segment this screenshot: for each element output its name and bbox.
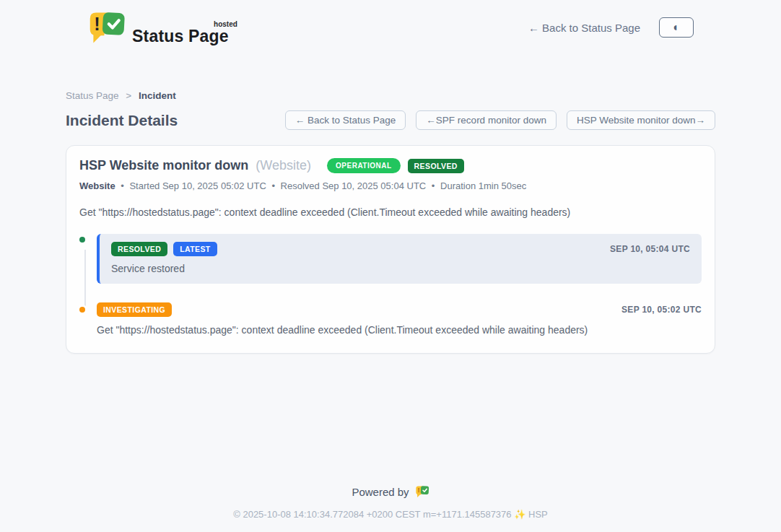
header-back-to-status-page-link[interactable]: ← Back to Status Page [528,22,640,34]
incident-component: (Website) [256,158,311,173]
breadcrumb-separator: > [126,90,131,101]
back-to-status-page-button[interactable]: ← Back to Status Page [285,110,406,130]
theme-toggle-button[interactable]: ◐ [659,17,694,38]
svg-text:!: ! [417,487,419,494]
copyright-text: © 2025-10-08 14:10:34.772084 +0200 CEST … [0,509,781,520]
meta-resolved: Resolved Sep 10, 2025 05:04 UTC [281,180,427,191]
main-content: Status Page > Incident Incident Details … [66,90,715,354]
logo-superscript: hosted [214,20,237,28]
timeline-timestamp: SEP 10, 05:02 UTC [621,305,702,315]
prev-incident-button[interactable]: ←SPF record monitor down [416,110,557,130]
incident-title: HSP Website monitor down [79,158,248,173]
timeline-dot-orange [77,305,87,315]
incident-timeline: RESOLVED LATEST SEP 10, 05:04 UTC Servic… [79,234,702,336]
timeline-entry-highlight-box: RESOLVED LATEST SEP 10, 05:04 UTC Servic… [97,234,702,284]
status-page-logo-icon: ! [87,10,126,45]
powered-by-label: Powered by [352,486,409,498]
half-circle-icon: ◐ [673,22,680,33]
incident-nav-buttons: ← Back to Status Page ←SPF record monito… [285,110,715,130]
timeline-message: Get "https://hostedstatus.page": context… [97,324,702,336]
timeline-dot-green [77,235,87,245]
footer: Powered by ! © 2025-10-08 14:10:34.77208… [0,485,781,520]
timeline-entry-resolved: RESOLVED LATEST SEP 10, 05:04 UTC Servic… [79,234,702,284]
resolved-state-badge: RESOLVED [408,159,464,173]
timeline-entry-investigating: INVESTIGATING SEP 10, 05:02 UTC Get "htt… [79,302,702,336]
investigating-badge: INVESTIGATING [97,302,172,317]
incident-description: Get "https://hostedstatus.page": context… [79,206,702,218]
header: ! hosted Status Page ← Back to Status Pa… [0,0,781,45]
resolved-badge: RESOLVED [111,242,167,256]
meta-separator: • [271,180,275,191]
incident-card: HSP Website monitor down (Website) OPERA… [66,145,715,354]
next-incident-button[interactable]: HSP Website monitor down→ [567,110,715,130]
timeline-timestamp: SEP 10, 05:04 UTC [610,244,690,254]
status-page-mini-logo-icon[interactable]: ! [415,485,429,498]
breadcrumb-current: Incident [139,90,176,101]
exclamation-glyph: ! [94,14,100,34]
breadcrumb: Status Page > Incident [66,90,715,101]
meta-duration: Duration 1min 50sec [440,180,526,191]
app-logo[interactable]: ! hosted Status Page [87,10,232,45]
breadcrumb-status-page-link[interactable]: Status Page [66,90,119,101]
operational-badge: OPERATIONAL [327,158,401,173]
latest-badge: LATEST [173,242,217,256]
page-title: Incident Details [66,112,178,129]
meta-separator: • [432,180,435,191]
meta-separator: • [121,180,124,191]
incident-meta: Website • Started Sep 10, 2025 05:02 UTC… [79,180,702,191]
meta-started: Started Sep 10, 2025 05:02 UTC [129,180,266,191]
meta-monitor: Website [79,180,115,191]
timeline-message: Service restored [111,263,690,274]
logo-brand-text: Status Page [132,27,229,45]
